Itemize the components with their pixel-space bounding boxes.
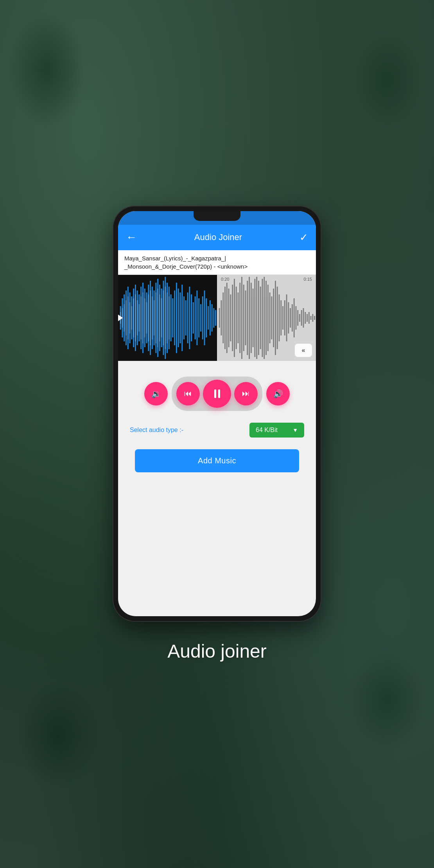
svg-rect-93 — [245, 291, 246, 345]
svg-rect-127 — [308, 312, 310, 324]
playback-controls: 🔉 ⏮ ⏭ — [144, 377, 290, 411]
svg-rect-41 — [196, 291, 197, 345]
svg-rect-30 — [176, 283, 177, 353]
svg-rect-114 — [284, 300, 285, 335]
svg-rect-129 — [312, 314, 313, 322]
svg-rect-45 — [204, 291, 205, 345]
svg-rect-70 — [154, 300, 155, 335]
svg-rect-58 — [131, 306, 132, 330]
svg-rect-104 — [265, 281, 267, 355]
svg-rect-89 — [238, 292, 239, 343]
svg-rect-101 — [260, 287, 261, 349]
pause-bar-right — [218, 389, 220, 398]
svg-rect-59 — [133, 298, 134, 337]
svg-rect-91 — [241, 277, 242, 359]
svg-rect-76 — [165, 287, 166, 349]
dropdown-arrow-icon: ▼ — [292, 427, 298, 433]
svg-rect-35 — [185, 300, 187, 335]
svg-rect-85 — [230, 294, 231, 341]
pause-bar-left — [214, 389, 216, 398]
svg-rect-54 — [124, 304, 125, 332]
svg-rect-123 — [301, 310, 302, 326]
play-pause-button[interactable] — [203, 380, 231, 408]
volume-up-button[interactable]: 🔊 — [266, 382, 290, 405]
svg-rect-86 — [232, 285, 233, 351]
svg-rect-110 — [277, 287, 278, 349]
svg-rect-60 — [135, 294, 136, 341]
svg-rect-43 — [200, 304, 201, 332]
svg-rect-72 — [157, 289, 158, 347]
svg-rect-113 — [282, 306, 283, 330]
waveform-right: 0:15 0:20 — [217, 275, 316, 361]
app-title: Audio Joiner — [194, 232, 242, 242]
play-indicator — [118, 312, 123, 323]
svg-rect-90 — [239, 283, 240, 353]
svg-rect-105 — [267, 285, 269, 351]
svg-rect-80 — [221, 300, 222, 335]
svg-rect-71 — [155, 292, 156, 343]
phone-frame: ← Audio Joiner ✓ Maya_Sansar_(Lyrics)_-_… — [113, 206, 321, 621]
svg-rect-40 — [195, 296, 196, 339]
svg-rect-29 — [174, 291, 175, 345]
audio-type-dropdown[interactable]: 64 K/Bit ▼ — [249, 423, 304, 438]
svg-rect-124 — [303, 308, 304, 328]
svg-rect-63 — [140, 296, 142, 339]
volume-down-icon: 🔉 — [151, 389, 161, 398]
svg-rect-108 — [273, 289, 274, 347]
svg-rect-39 — [193, 302, 194, 334]
svg-rect-81 — [222, 292, 224, 343]
rewind-overlay-button[interactable]: « — [295, 344, 312, 357]
svg-rect-106 — [269, 292, 271, 343]
svg-rect-57 — [129, 302, 131, 334]
svg-rect-50 — [213, 308, 214, 328]
svg-rect-73 — [159, 294, 160, 341]
waveform-left — [118, 275, 217, 361]
svg-rect-74 — [161, 298, 162, 337]
svg-rect-69 — [152, 296, 153, 339]
svg-rect-42 — [198, 298, 199, 337]
svg-rect-28 — [172, 298, 173, 337]
svg-rect-27 — [170, 294, 172, 341]
svg-rect-83 — [226, 283, 228, 353]
next-button[interactable]: ⏭ — [234, 382, 258, 405]
svg-rect-79 — [219, 308, 220, 328]
svg-rect-75 — [163, 291, 164, 345]
app-header: ← Audio Joiner ✓ — [118, 225, 316, 250]
svg-rect-44 — [202, 296, 203, 339]
svg-rect-82 — [224, 287, 226, 349]
svg-rect-32 — [180, 292, 181, 343]
svg-rect-88 — [236, 287, 237, 349]
svg-rect-67 — [148, 294, 149, 341]
confirm-button[interactable]: ✓ — [299, 231, 308, 244]
svg-rect-121 — [297, 310, 298, 326]
prev-button[interactable]: ⏮ — [176, 382, 200, 405]
svg-rect-116 — [288, 302, 289, 334]
svg-rect-49 — [212, 304, 213, 332]
svg-rect-107 — [271, 296, 272, 339]
notch — [194, 211, 240, 221]
svg-rect-130 — [314, 316, 315, 320]
svg-rect-37 — [189, 287, 190, 349]
phone-screen: ← Audio Joiner ✓ Maya_Sansar_(Lyrics)_-_… — [118, 211, 316, 616]
back-button[interactable]: ← — [126, 231, 137, 244]
svg-rect-125 — [305, 312, 306, 324]
svg-rect-62 — [139, 304, 140, 332]
svg-rect-51 — [215, 310, 216, 326]
leaf-decoration — [352, 31, 422, 129]
pause-icon — [214, 389, 220, 398]
svg-rect-68 — [150, 291, 151, 345]
svg-rect-47 — [208, 306, 209, 330]
audio-type-value: 64 K/Bit — [256, 427, 278, 434]
time-015: 0:15 — [304, 277, 312, 282]
svg-rect-96 — [251, 283, 252, 353]
waveform-container[interactable]: 0:15 0:20 — [118, 275, 316, 361]
filename-display: Maya_Sansar_(Lyrics)_-_Kagazpatra_| _Mon… — [118, 250, 316, 275]
svg-rect-34 — [183, 296, 185, 339]
waveform-svg-left — [118, 275, 217, 361]
volume-up-icon: 🔊 — [273, 389, 283, 398]
volume-down-button[interactable]: 🔉 — [144, 382, 168, 405]
audio-type-label: Select audio type :- — [130, 427, 183, 434]
svg-rect-111 — [279, 294, 280, 341]
svg-rect-112 — [280, 300, 282, 335]
add-music-button[interactable]: Add Music — [135, 449, 299, 472]
